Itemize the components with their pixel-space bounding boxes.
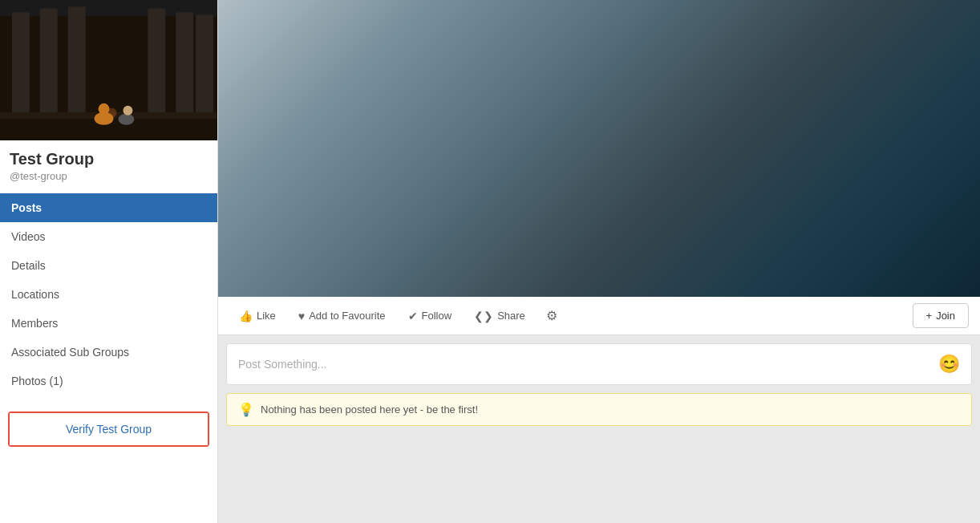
nav-item-details[interactable]: Details: [0, 251, 217, 280]
settings-button[interactable]: ⚙: [538, 303, 565, 328]
svg-rect-2: [12, 12, 30, 124]
svg-rect-6: [176, 12, 193, 124]
nav-item-sub-groups[interactable]: Associated Sub Groups: [0, 338, 217, 367]
main-content: 👍 Like ♥ Add to Favourite ✔ Follow ❮❯ Sh…: [218, 0, 980, 523]
share-button[interactable]: ❮❯ Share: [464, 305, 535, 327]
svg-point-15: [107, 108, 117, 118]
group-handle: @test-group: [0, 170, 217, 190]
like-icon: 👍: [239, 310, 253, 322]
post-area[interactable]: Post Something... 😊: [226, 343, 972, 385]
nav-item-videos[interactable]: Videos: [0, 222, 217, 251]
post-placeholder: Post Something...: [238, 358, 327, 371]
nav-item-photos[interactable]: Photos (1): [0, 367, 217, 395]
svg-point-13: [123, 106, 132, 116]
nav-item-posts[interactable]: Posts: [0, 193, 217, 222]
check-icon: ✔: [408, 310, 418, 322]
nav-item-locations[interactable]: Locations: [0, 280, 217, 309]
follow-button[interactable]: ✔ Follow: [399, 305, 462, 327]
gear-icon: ⚙: [546, 309, 557, 322]
nav-item-members[interactable]: Members: [0, 309, 217, 338]
group-cover-image: [0, 0, 217, 140]
notice-icon: 💡: [238, 402, 254, 417]
hero-banner: [218, 0, 980, 297]
like-button[interactable]: 👍 Like: [229, 305, 285, 327]
action-bar: 👍 Like ♥ Add to Favourite ✔ Follow ❮❯ Sh…: [218, 297, 980, 335]
svg-rect-5: [148, 8, 165, 124]
sidebar: Test Group @test-group Posts Videos Deta…: [0, 0, 218, 523]
group-name: Test Group: [0, 140, 217, 170]
notice-box: 💡 Nothing has been posted here yet - be …: [226, 393, 972, 426]
emoji-button[interactable]: 😊: [938, 354, 960, 375]
svg-rect-4: [68, 6, 86, 124]
svg-rect-3: [40, 8, 58, 124]
svg-point-12: [118, 114, 134, 125]
join-button[interactable]: + Join: [913, 303, 969, 328]
favourite-button[interactable]: ♥ Add to Favourite: [289, 305, 395, 327]
svg-rect-7: [196, 14, 213, 124]
share-icon: ❮❯: [474, 310, 493, 322]
heart-icon: ♥: [298, 310, 305, 322]
verify-button[interactable]: Verify Test Group: [10, 413, 208, 445]
sidebar-nav: Posts Videos Details Locations Members A…: [0, 193, 217, 395]
plus-icon: +: [926, 310, 933, 322]
verify-button-wrap: Verify Test Group: [8, 412, 209, 447]
notice-text: Nothing has been posted here yet - be th…: [261, 403, 478, 416]
